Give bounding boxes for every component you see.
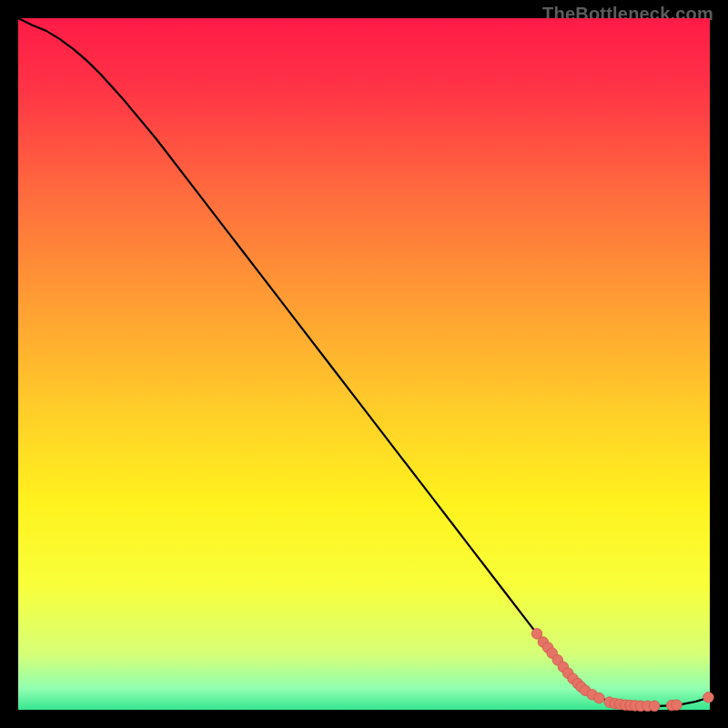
chart-overlay [18, 18, 710, 710]
threshold-marker [594, 693, 605, 703]
bottleneck-curve [18, 18, 710, 706]
threshold-marker [672, 700, 682, 711]
threshold-markers-group [531, 629, 713, 712]
chart-frame: TheBottleneck.com [18, 18, 710, 710]
threshold-marker [649, 701, 660, 712]
threshold-marker [703, 693, 714, 703]
